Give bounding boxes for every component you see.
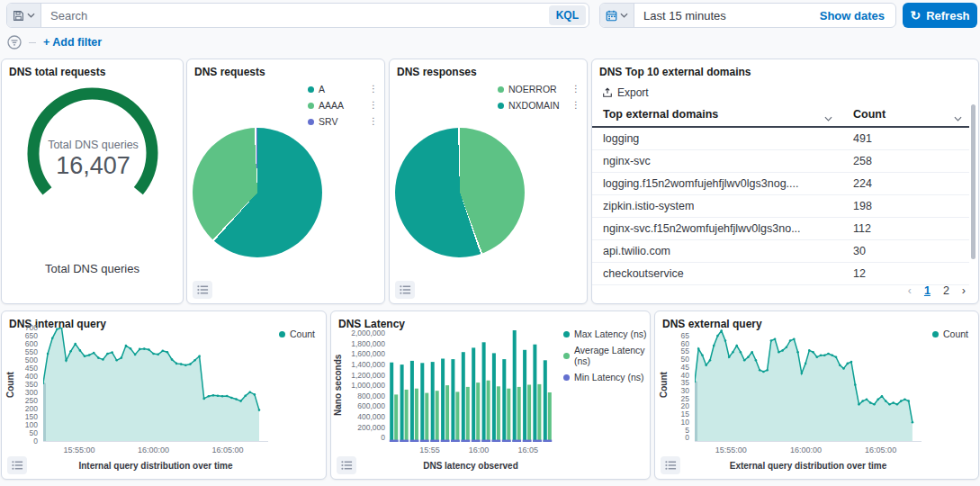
gauge-center: Total DNS queries 16,407 — [2, 139, 184, 180]
y-tick: 1,200,000 — [351, 372, 385, 380]
y-tick: 1,000,000 — [351, 382, 385, 390]
table-row[interactable]: api.twilio.com30 — [592, 240, 969, 263]
legend-options-icon[interactable]: ⋮ — [369, 85, 378, 94]
panel-title: DNS Top 10 external domains — [599, 66, 751, 78]
x-axis-ticks: 15:55:0016:00:0016:05:00 — [695, 446, 922, 456]
date-picker: Last 15 minutes Show dates — [599, 3, 896, 28]
export-button[interactable]: Export — [602, 86, 649, 99]
panel-dns-external-query: DNS external query Count 656055504540353… — [654, 310, 979, 480]
table-row[interactable]: nginx-svc.f15n2womfujehfjlwv0lgs3no...11… — [592, 218, 969, 240]
y-tick: 0 — [33, 437, 38, 446]
save-icon — [13, 10, 24, 22]
legend-item[interactable]: Count — [932, 328, 968, 339]
x-tick: 16:00:00 — [138, 446, 169, 454]
legend-toggle-icon[interactable] — [395, 281, 415, 299]
legend-label: A — [319, 84, 325, 94]
pie-legend: A⋮AAAA⋮SRV⋮ — [308, 84, 378, 127]
panel-top-external-domains: DNS Top 10 external domains Export Top e… — [591, 58, 979, 304]
legend-dot — [932, 331, 939, 338]
y-tick: 1,800,000 — [351, 340, 385, 348]
bar-chart[interactable] — [389, 328, 553, 442]
table-row[interactable]: logging.f15n2womfujehfjlwv0lgs3nog....22… — [592, 173, 969, 195]
table-row[interactable]: zipkin.istio-system198 — [592, 195, 969, 218]
y-tick: 2,000,000 — [351, 329, 385, 338]
x-tick: 16:00:00 — [790, 446, 822, 454]
panel-dns-total-requests: DNS total requests Total DNS queries 16,… — [1, 58, 184, 304]
pie-legend: NOERROR⋮NXDOMAIN⋮ — [498, 84, 580, 111]
legend-item[interactable]: A⋮ — [308, 84, 378, 94]
show-dates-link[interactable]: Show dates — [820, 9, 895, 22]
area-chart[interactable] — [43, 328, 268, 442]
domain-cell: logging — [603, 132, 639, 145]
legend-label: Min Latency (ns) — [574, 372, 644, 382]
legend-options-icon[interactable]: ⋮ — [571, 85, 580, 94]
legend-options-icon[interactable]: ⋮ — [369, 101, 378, 110]
pagination-page[interactable]: 1 — [924, 284, 931, 297]
count-cell: 198 — [853, 200, 872, 212]
pagination-page[interactable]: 2 — [943, 284, 949, 297]
filter-bar: + Add filter — [7, 34, 102, 50]
domain-cell: api.twilio.com — [603, 245, 670, 257]
sort-chevron-icon[interactable] — [824, 112, 832, 124]
x-axis-title: External query distribution over time — [695, 461, 922, 471]
add-filter-link[interactable]: + Add filter — [43, 36, 102, 49]
refresh-icon: ↻ — [910, 8, 921, 22]
x-axis-title: Internal query distribution over time — [43, 461, 268, 471]
legend-toggle-icon[interactable] — [337, 456, 356, 474]
legend-item[interactable]: Max Latency (ns) — [563, 328, 650, 339]
y-tick: 800,000 — [357, 392, 385, 400]
pie-chart[interactable] — [193, 128, 322, 257]
time-range-value[interactable]: Last 15 minutes — [634, 9, 820, 22]
x-tick: 15:55 — [419, 446, 440, 454]
table-row[interactable]: nginx-svc258 — [592, 150, 969, 173]
legend-item[interactable]: Count — [279, 328, 315, 339]
pagination-next-icon[interactable]: › — [962, 284, 966, 297]
legend-options-icon[interactable]: ⋮ — [369, 117, 378, 126]
panel-dns-requests: DNS requests A⋮AAAA⋮SRV⋮ — [186, 58, 385, 304]
count-cell: 12 — [853, 267, 866, 280]
pagination: ‹12› — [908, 284, 966, 297]
column-header-count[interactable]: Count — [853, 108, 886, 121]
x-tick: 16:00 — [469, 446, 490, 454]
table-row[interactable]: logging491 — [592, 128, 969, 150]
legend-dot — [563, 374, 570, 381]
legend-dot — [563, 331, 570, 338]
area-chart[interactable] — [695, 328, 922, 442]
legend-item[interactable]: Average Latency (ns) — [563, 345, 650, 366]
legend-toggle-icon[interactable] — [193, 281, 212, 299]
legend-dot — [279, 331, 285, 338]
export-icon — [602, 87, 613, 98]
legend-toggle-icon[interactable] — [7, 456, 27, 474]
filter-icon[interactable] — [7, 35, 22, 50]
x-axis-ticks: 15:55:0016:00:0016:05:00 — [43, 446, 268, 456]
date-quick-select-button[interactable] — [600, 4, 634, 27]
legend-item[interactable]: SRV⋮ — [308, 116, 378, 127]
legend-options-icon[interactable]: ⋮ — [571, 101, 580, 110]
legend-item[interactable]: NXDOMAIN⋮ — [498, 100, 580, 111]
top-bar: KQL Last 15 minutes Show dates ↻ Refresh — [0, 0, 980, 31]
legend-dot — [563, 353, 570, 359]
pie-chart[interactable] — [395, 128, 525, 257]
kql-language-button[interactable]: KQL — [549, 5, 586, 25]
legend-label: SRV — [319, 116, 337, 127]
saved-query-menu-button[interactable] — [7, 4, 41, 27]
x-axis-title: DNS latency observed — [376, 461, 565, 471]
table-row[interactable]: checkoutservice12 — [592, 263, 969, 285]
legend-item[interactable]: NOERROR⋮ — [498, 84, 580, 94]
legend-item[interactable]: AAAA⋮ — [308, 100, 378, 111]
pagination-prev-icon[interactable]: ‹ — [908, 284, 912, 297]
table-scrollbar[interactable] — [971, 104, 976, 259]
y-tick: 0 — [381, 434, 385, 442]
y-tick: 400,000 — [357, 413, 385, 421]
y-tick: 200,000 — [357, 424, 385, 432]
legend-item[interactable]: Min Latency (ns) — [563, 372, 650, 382]
y-axis-ticks: 7006506005505004504003503002502001501005… — [14, 324, 38, 446]
sort-chevron-icon[interactable] — [954, 112, 962, 124]
search-input[interactable] — [41, 9, 549, 22]
column-header-domains[interactable]: Top external domains — [603, 108, 718, 121]
count-cell: 491 — [853, 132, 872, 145]
legend-toggle-icon[interactable] — [661, 456, 680, 474]
y-tick: 1,600,000 — [351, 350, 385, 358]
legend-label: NOERROR — [508, 84, 557, 94]
refresh-button[interactable]: ↻ Refresh — [903, 3, 977, 28]
